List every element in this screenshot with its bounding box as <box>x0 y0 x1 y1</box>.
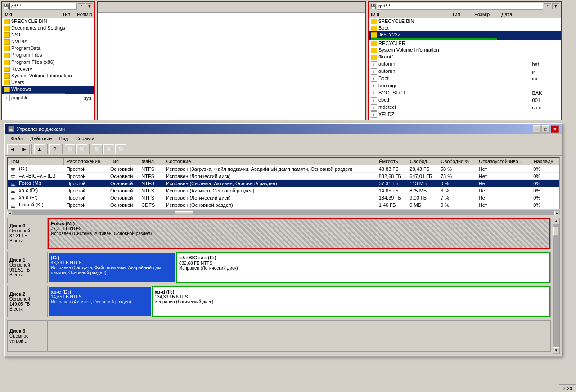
disk-row: Диск 1Основной931,51 ГБВ сети(C:)48,83 Г… <box>7 252 551 283</box>
list-item[interactable]: System Volume Information <box>369 47 561 53</box>
table-cell: Нет <box>476 201 531 209</box>
list-item[interactable]: NVIDIA <box>2 38 94 45</box>
close-button[interactable]: ✕ <box>551 125 559 133</box>
list-item[interactable]: fBootini <box>369 75 561 82</box>
th-freep[interactable]: Свободно % <box>438 158 476 165</box>
list-item[interactable]: ФотоG <box>369 53 561 60</box>
table-cell: Нет <box>476 165 531 173</box>
table-cell: 0% <box>531 165 559 173</box>
table-row[interactable]: 🖴Fotos (M:)ПростойОсновнойNTFSИсправен (… <box>8 180 559 187</box>
left-dropdown-btn[interactable]: ▼ <box>86 3 93 9</box>
toolbar-btn2[interactable]: ⬜ <box>76 144 87 154</box>
left-path[interactable]: c:\*.* <box>9 3 77 10</box>
partition-size: 14,65 ГБ NTFS <box>51 294 149 299</box>
list-item[interactable]: fpagefilesys <box>2 94 94 102</box>
scroll-right-btn[interactable]: ► <box>554 211 560 215</box>
table-cell: 28,43 ГБ <box>407 165 438 173</box>
toolbar-btn3[interactable]: ⬜ <box>92 144 103 154</box>
scroll-track-v[interactable] <box>553 224 559 347</box>
th-tip[interactable]: Тип <box>108 158 139 165</box>
list-item[interactable]: Program Files <box>2 52 94 58</box>
right-path[interactable]: m:\*.* <box>377 3 543 10</box>
right-dropdown-btn[interactable]: ▼ <box>552 3 559 9</box>
table-row[interactable]: 🖴(C:)ПростойОсновнойNTFSИсправен (Загруз… <box>8 165 559 173</box>
list-item[interactable]: Program Files (x86) <box>2 59 94 66</box>
th-free[interactable]: Свобод... <box>407 158 438 165</box>
toolbar-btn1[interactable]: ⬜ <box>65 144 76 154</box>
list-item[interactable]: RECYCLER <box>369 40 561 47</box>
toolbar-btn4[interactable]: ⬜ <box>104 144 114 154</box>
col-type-left[interactable]: Тип <box>60 11 75 18</box>
list-item[interactable]: Documents and Settings <box>2 25 94 31</box>
list-item[interactable]: fXELDZ <box>369 111 561 118</box>
list-item[interactable]: Boot <box>369 25 561 31</box>
scroll-left-btn[interactable]: ◄ <box>7 211 13 215</box>
menu-help[interactable]: Справка <box>72 135 98 142</box>
scroll-thumb-h[interactable] <box>175 211 193 215</box>
disk-type: Основной <box>9 263 45 267</box>
list-item[interactable]: System Volume Information <box>2 72 94 79</box>
v-scrollbar[interactable]: ▲ ▼ <box>553 218 560 354</box>
menu-view[interactable]: Вид <box>55 135 72 142</box>
list-item[interactable]: $RECYCLE.BIN <box>2 18 94 25</box>
col-name-left[interactable]: Ім'я <box>2 11 60 18</box>
col-date-right[interactable]: Дата <box>500 11 561 18</box>
th-fault[interactable]: Отказоустойчиво... <box>476 158 531 165</box>
partition-name: Fotos (M:) <box>51 221 548 226</box>
list-item[interactable]: fntdetectcom <box>369 104 561 111</box>
scroll-track-h[interactable] <box>13 211 554 215</box>
partition[interactable]: Fotos (M:)37,31 ГБ NTFSИсправен (Система… <box>48 218 550 249</box>
list-item[interactable]: Users <box>2 79 94 86</box>
table-row[interactable]: 🖴xp-c (D:)ПростойОсновнойNTFSИсправен (А… <box>8 187 559 194</box>
partition[interactable]: =∧=BIG=∧= (E:)882,68 ГБ NTFSИсправен (Ло… <box>176 252 550 283</box>
list-item[interactable]: Windows <box>2 86 94 94</box>
col-size-left[interactable]: Розмір <box>75 11 94 18</box>
col-size-right[interactable]: Розмір <box>472 11 500 18</box>
list-item[interactable]: NST <box>2 31 94 38</box>
forward-button[interactable]: ► <box>19 144 30 154</box>
col-type-right[interactable]: Тип <box>450 11 472 18</box>
th-rasp[interactable]: Расположение <box>64 158 108 165</box>
th-tom[interactable]: Том <box>8 158 64 165</box>
folder-icon <box>4 39 10 45</box>
table-row[interactable]: 🖴=∧=BIG=∧= (E:)ПростойОсновнойNTFSИсправ… <box>8 173 559 180</box>
table-row[interactable]: 🖴Новый (K:)ПростойОсновнойCDFSИсправен (… <box>8 201 559 209</box>
menu-file[interactable]: Файл <box>7 135 27 142</box>
minimize-button[interactable]: ─ <box>533 125 541 133</box>
h-scrollbar[interactable]: ◄ ► <box>7 210 560 216</box>
scroll-down-btn[interactable]: ▼ <box>553 347 559 354</box>
th-emk[interactable]: Ёмкость <box>376 158 407 165</box>
th-state[interactable]: Состояние <box>163 158 376 165</box>
partition[interactable]: xp-d (F:)134,39 ГБ NTFSИсправен (Логичес… <box>152 286 550 317</box>
scroll-up-btn[interactable]: ▲ <box>553 218 559 224</box>
toolbar-btn5[interactable]: ⬜ <box>115 144 126 154</box>
list-item[interactable]: febcd001 <box>369 97 561 104</box>
table-cell: 58 % <box>438 165 476 173</box>
list-item[interactable]: fautorunbat <box>369 61 561 68</box>
partition[interactable]: xp-c (D:)14,65 ГБ NTFSИсправен (Активен,… <box>48 286 152 317</box>
list-item[interactable]: fbootmgr <box>369 82 561 89</box>
maximize-button[interactable]: □ <box>542 125 550 133</box>
table-row[interactable]: 🖴xp-d (F:)ПростойОсновнойNTFSИсправен (Л… <box>8 194 559 201</box>
up-button[interactable]: ▲ <box>34 144 45 154</box>
col-name-right[interactable]: Ім'я <box>369 11 450 18</box>
menu-action[interactable]: Действие <box>27 135 55 142</box>
list-item[interactable]: fBOOTSECTBAK <box>369 89 561 97</box>
th-fs[interactable]: Файл... <box>139 158 163 165</box>
disk-net: В сети <box>9 307 45 312</box>
right-filter-btn[interactable]: * <box>544 3 551 9</box>
table-cell: Исправен (Активен, Основной раздел) <box>163 187 376 194</box>
list-item[interactable]: $RECYCLE.BIN <box>369 18 561 25</box>
th-over[interactable]: Накладн <box>531 158 559 165</box>
list-item[interactable]: J65LY23Z <box>369 31 561 40</box>
list-item[interactable]: fautorunjs <box>369 68 561 75</box>
list-item[interactable]: ProgramData <box>2 45 94 52</box>
list-item[interactable]: Recovery <box>2 66 94 72</box>
back-button[interactable]: ◄ <box>7 144 18 154</box>
file-ext <box>82 59 94 66</box>
scroll-thumb-v[interactable] <box>554 227 559 236</box>
left-filter-btn[interactable]: * <box>78 3 85 9</box>
partition[interactable]: (C:)48,83 ГБ NTFSИсправен (Загрузка, Фай… <box>48 252 176 283</box>
help-button[interactable]: ? <box>50 144 60 154</box>
left-drive-icon: 💾 <box>3 4 9 9</box>
